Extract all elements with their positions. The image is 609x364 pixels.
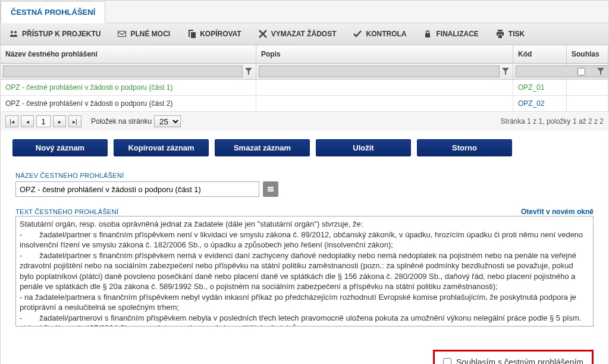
toolbar: PŘÍSTUP K PROJEKTU PLNÉ MOCI KOPÍROVAT V… bbox=[1, 23, 608, 45]
action-bar: Nový záznam Kopírovat záznam Smazat zázn… bbox=[1, 131, 608, 165]
consent-checkbox[interactable] bbox=[443, 358, 451, 364]
toolbar-access[interactable]: PŘÍSTUP K PROJEKTU bbox=[1, 23, 109, 45]
picker-button[interactable] bbox=[263, 181, 278, 197]
open-new-window-link[interactable]: Otevřít v novém okně bbox=[521, 208, 594, 216]
pager-page-input[interactable] bbox=[36, 115, 51, 127]
print-icon bbox=[495, 29, 505, 39]
col-header-desc[interactable]: Popis bbox=[256, 45, 513, 63]
copy-record-button[interactable]: Kopírovat záznam bbox=[114, 139, 209, 156]
declaration-text-area[interactable] bbox=[15, 216, 594, 327]
funnel-icon[interactable] bbox=[596, 67, 605, 76]
toolbar-print[interactable]: TISK bbox=[487, 23, 533, 45]
consent-label: Souhlasím s čestným prohlášením bbox=[456, 357, 583, 364]
col-header-name[interactable]: Název čestného prohlášení bbox=[1, 45, 256, 63]
new-record-button[interactable]: Nový záznam bbox=[12, 139, 108, 156]
pager: |◂ ◂ ▸ ▸| Položek na stránku 25 Stránka … bbox=[1, 112, 608, 131]
pager-prev-button[interactable]: ◂ bbox=[21, 115, 34, 127]
tab-declarations[interactable]: ČESTNÁ PROHLÁŠENÍ bbox=[1, 1, 105, 23]
people-icon bbox=[9, 29, 18, 39]
toolbar-power-of-attorney[interactable]: PLNÉ MOCI bbox=[109, 23, 178, 45]
declaration-name-input[interactable] bbox=[15, 181, 259, 197]
filter-name[interactable] bbox=[3, 65, 243, 77]
toolbar-finalize[interactable]: FINALIZACE bbox=[415, 23, 486, 45]
name-label: NÁZEV ČESTNÉHO PROHLÁŠENÍ bbox=[15, 172, 594, 179]
cancel-button[interactable]: Storno bbox=[417, 139, 512, 156]
toolbar-delete-request[interactable]: VYMAZAT ŽÁDOST bbox=[250, 23, 345, 45]
pager-first-button[interactable]: |◂ bbox=[5, 115, 18, 127]
check-icon bbox=[353, 29, 362, 39]
mail-icon bbox=[117, 29, 127, 39]
filter-agree-checkbox[interactable] bbox=[577, 68, 585, 76]
save-button[interactable]: Uložit bbox=[316, 139, 411, 156]
per-page-label: Položek na stránku bbox=[91, 117, 152, 125]
consent-box: Souhlasím s čestným prohlášením bbox=[433, 350, 594, 364]
toolbar-check[interactable]: KONTROLA bbox=[344, 23, 415, 45]
filter-row bbox=[1, 64, 608, 80]
pager-status: Stránka 1 z 1, položky 1 až 2 z 2 bbox=[501, 117, 604, 125]
copy-icon bbox=[187, 29, 196, 39]
delete-record-button[interactable]: Smazat záznam bbox=[215, 139, 310, 156]
col-header-code[interactable]: Kód bbox=[513, 45, 567, 63]
x-icon bbox=[258, 29, 268, 39]
tab-header: ČESTNÁ PROHLÁŠENÍ bbox=[1, 1, 608, 23]
pager-next-button[interactable]: ▸ bbox=[53, 115, 66, 127]
grid-header: Název čestného prohlášení Popis Kód Souh… bbox=[1, 45, 608, 64]
text-label: TEXT ČESTNÉHO PROHLÁŠENÍ bbox=[15, 208, 118, 215]
pager-last-button[interactable]: ▸| bbox=[68, 115, 81, 127]
toolbar-copy[interactable]: KOPÍROVAT bbox=[178, 23, 250, 45]
table-row[interactable]: OPZ - čestné prohlášení v žádosti o podp… bbox=[1, 80, 608, 96]
lock-icon bbox=[423, 29, 432, 39]
funnel-icon[interactable] bbox=[501, 67, 510, 76]
table-row[interactable]: OPZ - čestné prohlášení v žádosti o podp… bbox=[1, 96, 608, 112]
funnel-icon[interactable] bbox=[244, 67, 253, 76]
filter-desc[interactable] bbox=[259, 65, 500, 77]
per-page-select[interactable]: 25 bbox=[154, 115, 181, 127]
col-header-agree[interactable]: Souhlas bbox=[567, 45, 608, 63]
